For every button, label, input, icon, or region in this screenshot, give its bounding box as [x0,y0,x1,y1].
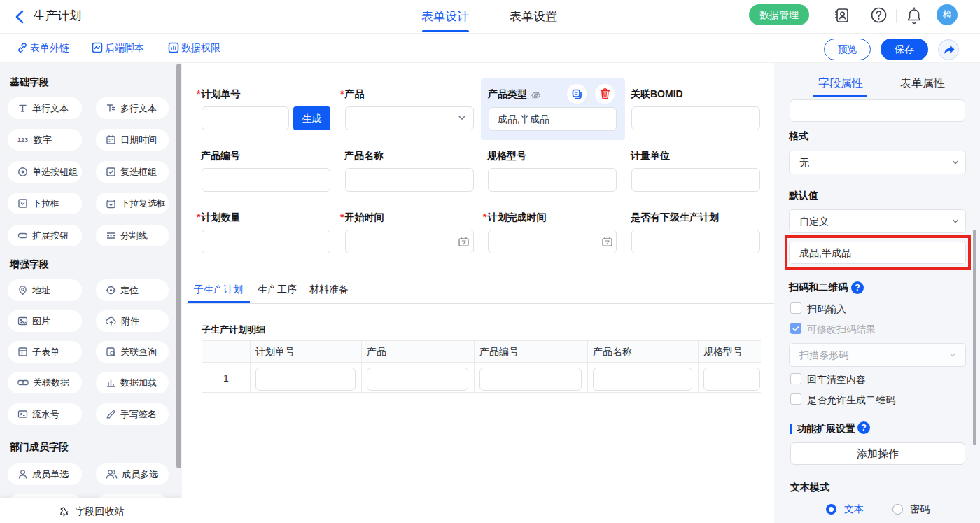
svg-text:123: 123 [18,137,28,144]
